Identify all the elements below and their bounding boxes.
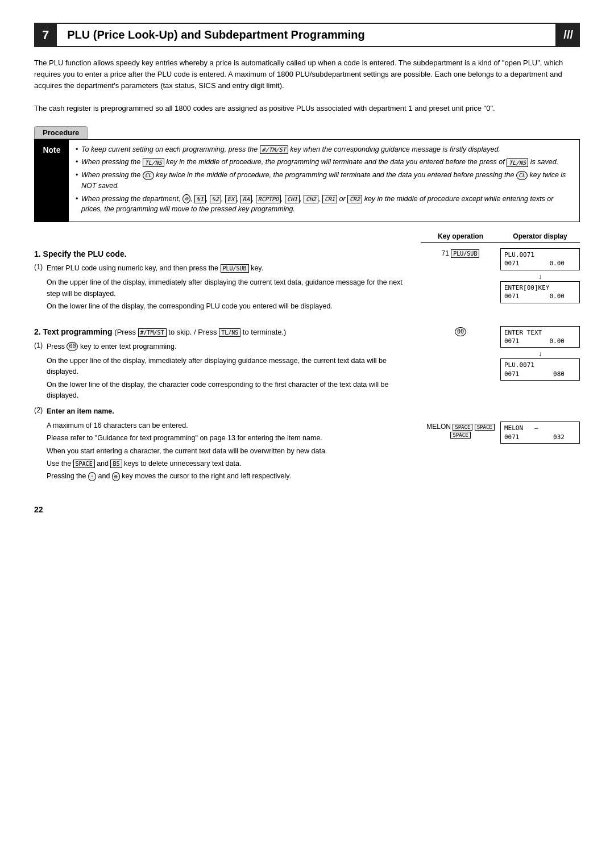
step2-sub2-detail-5: Pressing the · and ⊗ key moves the curso… <box>47 471 409 482</box>
note-box: Note To keep current setting on each pro… <box>34 139 580 223</box>
step1-sub1-label: (1) <box>34 263 47 274</box>
key-space-1: SPACE <box>453 424 472 431</box>
key-space-3: SPACE <box>450 432 470 439</box>
col-key-operation: Key operation <box>421 232 500 243</box>
step2-right: 00 ENTER TEXT0071 0.00 ↓ PLU.00710071 08… <box>421 322 580 446</box>
key-ch1: CH1 <box>285 195 300 203</box>
step2-display-1: ENTER TEXT0071 0.00 <box>500 326 580 348</box>
step2-sub2-detail-4: Use the SPACE and BS keys to delete unne… <box>47 458 409 469</box>
step2-sub2-label: (2) <box>34 406 47 417</box>
note-content: To keep current setting on each programm… <box>69 140 579 222</box>
key-space-2: SPACE <box>475 424 495 431</box>
key-p2: %2 <box>210 195 221 203</box>
step2-display-3: MELON –0071 032 <box>500 422 580 444</box>
key-dot: · <box>88 472 96 481</box>
key-ra: RA <box>240 195 252 203</box>
step1-display-2: ENTER[00]KEY0071 0.00 <box>500 281 580 303</box>
note-item-3: When pressing the CL key twice in the mi… <box>76 170 572 191</box>
step2-sub1-label: (1) <box>34 341 47 352</box>
key-cr1: CR1 <box>322 195 337 203</box>
key-rcpt: RCPTPO <box>256 195 281 203</box>
chapter-number: 7 <box>34 23 57 47</box>
key-cl-2: CL <box>516 171 528 180</box>
key-ch2: CH2 <box>304 195 318 203</box>
note-item-1: To keep current setting on each programm… <box>76 144 572 155</box>
key-bs: BS <box>110 460 122 468</box>
intro-paragraph-1: The PLU function allows speedy key entri… <box>34 57 580 91</box>
key-tlns-2: TL/NS <box>507 158 528 167</box>
step2-sub1-detail-1: On the upper line of the display, immedi… <box>47 356 409 378</box>
key-00-right: 00 <box>455 327 466 336</box>
step2-sub1-displays: ENTER TEXT0071 0.00 ↓ PLU.00710071 080 <box>500 326 580 383</box>
key-cr2: CR2 <box>347 195 362 203</box>
key-ex: EX <box>225 195 237 203</box>
key-tmst: #/TM/ST <box>260 145 288 154</box>
step1-displays: PLU.00710071 0.00 ↓ ENTER[00]KEY0071 0.0… <box>500 248 580 306</box>
step1-heading: 1. Specify the PLU code. <box>34 249 409 258</box>
note-label: Note <box>35 140 69 222</box>
step2-sub1-key-op: 00 <box>421 326 500 336</box>
intro-paragraph-2: The cash register is preprogrammed so al… <box>34 103 580 114</box>
chapter-header: 7 PLU (Price Look-Up) and Subdepartment … <box>34 23 580 47</box>
chapter-title: PLU (Price Look-Up) and Subdepartment Pr… <box>57 23 557 47</box>
step1-detail-2: On the lower line of the display, the co… <box>47 301 409 312</box>
step2-sub2-text: Enter an item name. <box>47 406 114 417</box>
col-operator-display: Operator display <box>500 232 580 243</box>
key-cl-1: CL <box>143 171 154 180</box>
step2-sub2-detail-3: When you start entering a character, the… <box>47 446 409 457</box>
key-x: ⊗ <box>112 472 120 481</box>
step2-arrow: ↓ <box>500 350 580 358</box>
step1-key-op: 71 PLU/SUB <box>421 248 500 258</box>
chapter-hash: /// <box>557 23 580 47</box>
key-dept: ⊙ <box>182 194 190 203</box>
key-tlns-3: TL/NS <box>219 328 240 337</box>
step2-sub2-display: MELON –0071 032 <box>500 422 580 446</box>
step2-sub1-detail-2: On the lower line of the display, the ch… <box>47 379 409 402</box>
key-space: SPACE <box>73 460 95 468</box>
step2-display-2: PLU.00710071 080 <box>500 358 580 381</box>
step2-heading: 2. Text programming (Press #/TM/ST to sk… <box>34 327 409 337</box>
key-tlns-1: TL/NS <box>143 158 164 167</box>
step2-sub2-key-op: MELON SPACE SPACE SPACE <box>421 422 500 439</box>
key-plusub-ref: PLU/SUB <box>221 264 249 273</box>
key-p1: %1 <box>194 195 206 203</box>
procedure-badge: Procedure <box>34 126 88 139</box>
step2-heading-extra: (Press #/TM/ST to skip. / Press TL/NS to… <box>114 328 286 336</box>
step1-detail-1: On the upper line of the display, immedi… <box>47 277 409 299</box>
page-number: 22 <box>34 505 580 514</box>
key-tmst-2: #/TM/ST <box>138 328 167 337</box>
note-item-2: When pressing the TL/NS key in the middl… <box>76 157 572 168</box>
step2-sub2-detail-2: Please refer to "Guidance for text progr… <box>47 433 409 444</box>
key-plusub: PLU/SUB <box>451 249 479 258</box>
step1-arrow: ↓ <box>500 273 580 281</box>
step1-sub1-text: Enter PLU code using numeric key, and th… <box>47 263 263 274</box>
step2-sub1-text: Press 00 key to enter text programming. <box>47 341 176 352</box>
step1-display-1: PLU.00710071 0.00 <box>500 248 580 270</box>
step2-sub2-detail-1: A maximum of 16 characters can be entere… <box>47 420 409 431</box>
note-item-4: When pressing the department, ⊙, %1, %2,… <box>76 194 572 215</box>
key-00: 00 <box>67 342 78 351</box>
